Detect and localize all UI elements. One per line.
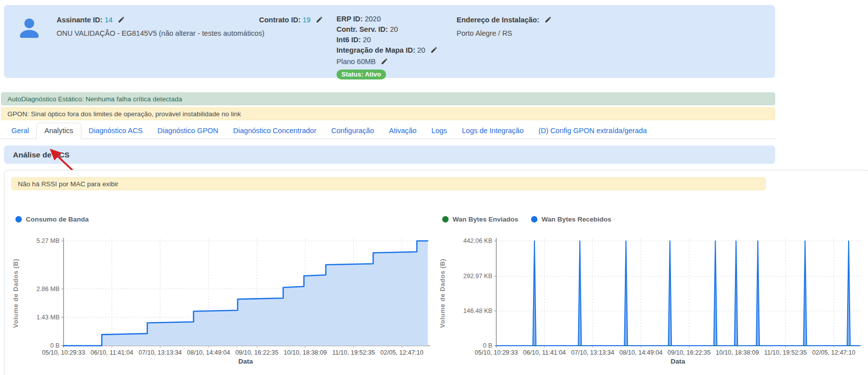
tab-ativa-o[interactable]: Ativação xyxy=(382,123,424,139)
tab-geral[interactable]: Geral xyxy=(4,123,36,139)
legend-consumo-de-banda[interactable]: Consumo de Banda xyxy=(15,216,89,223)
assinante-id-value: 14 xyxy=(105,16,113,24)
legend-wan-bytes-recebidos[interactable]: Wan Bytes Recebidos xyxy=(531,216,611,223)
svg-text:0 B: 0 B xyxy=(50,342,60,349)
svg-text:Data: Data xyxy=(238,358,253,365)
contrato-id-label: Contrato ID: xyxy=(259,16,301,24)
svg-text:11/10, 19:52:35: 11/10, 19:52:35 xyxy=(764,349,807,356)
tab-analytics[interactable]: Analytics xyxy=(36,123,81,139)
gpon-warning-alert: GPON: Sinal óptico fora dos limites de o… xyxy=(1,107,775,120)
device-description: ONU VALIDAÇÃO - EG8145V5 (não alterar - … xyxy=(57,28,259,38)
edit-contrato-icon[interactable] xyxy=(316,16,323,23)
edit-assinante-icon[interactable] xyxy=(118,16,125,23)
erp-id-label: ERP ID: xyxy=(336,15,363,23)
svg-text:Volume de Dados (B): Volume de Dados (B) xyxy=(12,259,19,328)
avatar xyxy=(16,14,57,72)
svg-text:08/10, 14:49:04: 08/10, 14:49:04 xyxy=(619,349,663,356)
tab-logs-de-integra-o[interactable]: Logs de Integração xyxy=(455,123,531,139)
svg-text:09/10, 16:22:35: 09/10, 16:22:35 xyxy=(235,349,278,356)
mapa-id-label: Integração de Mapa ID: xyxy=(336,46,415,54)
tab-bar: GeralAnalyticsDiagnóstico ACSDiagnóstico… xyxy=(0,123,775,139)
svg-text:5.27 MB: 5.27 MB xyxy=(36,237,60,244)
contr-serv-id-value: 20 xyxy=(390,25,398,33)
svg-text:10/10, 18:38:09: 10/10, 18:38:09 xyxy=(716,349,759,356)
svg-text:07/10, 13:13:34: 07/10, 13:13:34 xyxy=(571,349,614,356)
svg-text:02/05, 12:47:10: 02/05, 12:47:10 xyxy=(380,349,423,356)
svg-text:2.86 MB: 2.86 MB xyxy=(36,286,60,293)
contrato-id-value: 19 xyxy=(303,16,311,24)
status-badge: Status: Ativo xyxy=(336,70,386,79)
endereco-label: Endereço de Instalação: xyxy=(457,16,539,24)
svg-text:07/10, 13:13:34: 07/10, 13:13:34 xyxy=(138,349,182,356)
wan-bytes-chart-legend: Wan Bytes Enviados Wan Bytes Recebidos xyxy=(442,214,863,224)
assinante-id-label: Assinante ID: xyxy=(57,16,103,24)
plano-label: Plano 60MB xyxy=(336,58,376,66)
svg-text:05/10, 10:29:33: 05/10, 10:29:33 xyxy=(475,349,518,356)
series-dot-icon xyxy=(442,216,449,223)
svg-text:06/10, 11:41:04: 06/10, 11:41:04 xyxy=(90,349,133,356)
erp-id-value: 2020 xyxy=(365,15,381,23)
rssi-alert: Não há RSSI por MAC para exibir xyxy=(11,177,766,190)
svg-text:05/10, 10:29:33: 05/10, 10:29:33 xyxy=(42,349,85,356)
edit-endereco-icon[interactable] xyxy=(544,16,552,23)
contr-serv-id-label: Contr. Serv. ID: xyxy=(336,25,388,33)
svg-text:09/10, 16:22:35: 09/10, 16:22:35 xyxy=(668,349,711,356)
bandwidth-chart-legend: Consumo de Banda xyxy=(15,214,438,224)
svg-text:0 B: 0 B xyxy=(483,342,492,349)
svg-text:06/10, 11:41:04: 06/10, 11:41:04 xyxy=(523,349,566,356)
tab-diagn-stico-acs[interactable]: Diagnóstico ACS xyxy=(81,123,150,139)
edit-plano-icon[interactable] xyxy=(381,58,388,65)
int6-id-value: 20 xyxy=(363,36,371,44)
bandwidth-consumption-chart: 05/10, 10:29:3306/10, 11:41:0407/10, 13:… xyxy=(11,226,431,366)
tab-configura-o[interactable]: Configuração xyxy=(324,123,381,139)
svg-text:442.06 KB: 442.06 KB xyxy=(464,237,492,244)
wan-bytes-chart: 05/10, 10:29:3306/10, 11:41:0407/10, 13:… xyxy=(438,226,863,366)
svg-text:02/05, 12:47:10: 02/05, 12:47:10 xyxy=(812,349,856,356)
int6-id-label: Int6 ID: xyxy=(336,36,361,44)
svg-text:11/10, 19:52:35: 11/10, 19:52:35 xyxy=(332,349,375,356)
mapa-id-value: 20 xyxy=(417,46,425,54)
svg-text:292.97 KB: 292.97 KB xyxy=(464,273,492,280)
svg-text:Volume de Dados (B): Volume de Dados (B) xyxy=(439,259,446,328)
acs-analysis-card: Não há RSSI por MAC para exibir Consumo … xyxy=(4,170,868,375)
bandwidth-chart-box: Consumo de Banda 05/10, 10:29:3306/10, 1… xyxy=(11,214,438,368)
edit-mapa-id-icon[interactable] xyxy=(430,46,438,54)
endereco-value: Porto Alegre / RS xyxy=(457,28,765,38)
autodiagnostico-alert: AutoDiagnóstico Estático: Nenhuma falha … xyxy=(1,92,775,105)
tab-logs[interactable]: Logs xyxy=(424,123,454,139)
svg-text:146.48 KB: 146.48 KB xyxy=(464,307,492,314)
svg-text:08/10, 14:49:04: 08/10, 14:49:04 xyxy=(187,349,230,356)
user-avatar-icon xyxy=(16,15,43,42)
tab-diagn-stico-concentrador[interactable]: Diagnóstico Concentrador xyxy=(226,123,324,139)
svg-text:1.43 MB: 1.43 MB xyxy=(36,314,60,321)
wan-bytes-chart-box: Wan Bytes Enviados Wan Bytes Recebidos 0… xyxy=(438,214,863,368)
subscriber-header-card: Assinante ID: 14 ONU VALIDAÇÃO - EG8145V… xyxy=(4,5,775,78)
svg-text:Data: Data xyxy=(670,358,685,365)
section-title: Análise de ACS xyxy=(4,146,775,164)
series-dot-icon xyxy=(531,216,537,223)
tab-diagn-stico-gpon[interactable]: Diagnóstico GPON xyxy=(150,123,226,139)
tab-d-config-gpon-extra-da-gerada[interactable]: (D) Config GPON extraída/gerada xyxy=(531,123,654,139)
legend-wan-bytes-enviados[interactable]: Wan Bytes Enviados xyxy=(442,216,518,223)
svg-text:10/10, 18:38:09: 10/10, 18:38:09 xyxy=(284,349,327,356)
series-dot-icon xyxy=(15,216,22,223)
